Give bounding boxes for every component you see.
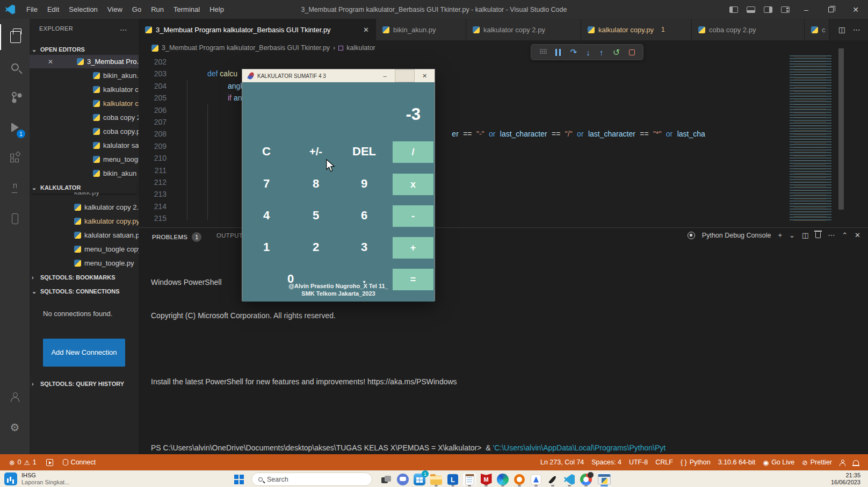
open-editor-item[interactable]: kalkulator copy ...	[93, 83, 139, 96]
chrome-button[interactable]	[579, 472, 593, 486]
split-editor-icon[interactable]: ◫	[838, 25, 845, 34]
step-out-icon[interactable]: ↑	[599, 48, 604, 57]
file-item[interactable]: kalkulator copy 2.py	[74, 200, 139, 214]
tab[interactable]: kalkulator copy 2.py	[466, 19, 581, 40]
calc-button-add[interactable]: +	[393, 237, 433, 259]
language-mode[interactable]: { }Python	[677, 454, 714, 470]
open-editor-item[interactable]: coba copy 2.py	[93, 111, 139, 124]
breadcrumb[interactable]: 3_Membuat Program kalkulator_Berbasis GU…	[139, 40, 868, 55]
calc-button-subtract[interactable]: -	[393, 205, 433, 227]
open-editor-item[interactable]: kalulator satuan....	[93, 139, 139, 152]
explorer-icon[interactable]	[0, 24, 30, 50]
notepad-button[interactable]	[462, 472, 476, 486]
tab-clipped[interactable]: c	[805, 19, 829, 40]
encoding[interactable]: UTF-8	[625, 454, 652, 470]
taskbar-clock[interactable]: 21:35 16/06/2023	[831, 472, 860, 486]
menu-edit[interactable]: Edit	[42, 0, 64, 19]
menu-go[interactable]: Go	[127, 0, 146, 19]
calculator-titlebar[interactable]: KALKULATOR SUMATIF 4 3 – ✕	[242, 69, 435, 82]
tab-problems[interactable]: PROBLEMS 1	[152, 232, 201, 242]
calc-close-button[interactable]: ✕	[415, 69, 435, 82]
new-terminal-icon[interactable]: +	[778, 231, 782, 239]
indentation[interactable]: Spaces: 4	[588, 454, 625, 470]
calc-button-divide[interactable]: /	[393, 141, 433, 163]
sqltools-connect-button[interactable]: Connect	[59, 454, 100, 470]
testing-icon[interactable]	[0, 176, 30, 202]
calc-button-4[interactable]: 4	[263, 209, 270, 223]
file-item[interactable]: menu_toogle copy.py	[74, 242, 139, 256]
menu-file[interactable]: File	[21, 0, 42, 19]
console-selector[interactable]: Python Debug Console	[702, 232, 771, 239]
calc-minimize-button[interactable]: –	[375, 69, 395, 82]
open-editor-item[interactable]: menu_toogle.py	[93, 153, 139, 166]
customize-layout-icon[interactable]	[781, 6, 790, 13]
run-debug-icon[interactable]: 1	[0, 114, 30, 140]
open-editor-item[interactable]: ✕ 3_Membuat Pro...	[30, 55, 139, 68]
sqltools-query-history-section[interactable]: › SQLTOOLS: QUERY HISTORY	[32, 378, 136, 390]
calc-button-3[interactable]: 3	[361, 240, 367, 254]
window-close-button[interactable]: ✕	[843, 0, 868, 19]
file-item[interactable]: kalkulator copy.py1	[74, 214, 139, 228]
file-item[interactable]: menu_toogle.py	[74, 256, 134, 270]
calc-button-clear[interactable]: C	[262, 145, 271, 159]
prettier-status[interactable]: ⊘Prettier	[798, 454, 836, 470]
restart-icon[interactable]: ↺	[613, 47, 620, 58]
menu-selection[interactable]: Selection	[64, 0, 102, 19]
toggle-secondary-sidebar-icon[interactable]	[764, 6, 772, 13]
toggle-panel-icon[interactable]	[747, 6, 755, 13]
widgets-button[interactable]: IHSG Laporan Singkat...	[4, 472, 69, 486]
search-input[interactable]: Search	[251, 472, 372, 486]
vscode-button[interactable]	[562, 472, 576, 486]
search-icon[interactable]	[0, 54, 30, 80]
calc-button-negate[interactable]: +/-	[309, 146, 322, 158]
extensions-icon[interactable]	[0, 146, 30, 171]
mcafee-button[interactable]: M	[479, 472, 493, 486]
close-panel-icon[interactable]: ✕	[855, 231, 860, 239]
window-minimize-button[interactable]: –	[794, 0, 819, 19]
eol-sequence[interactable]: CRLF	[652, 454, 677, 470]
tab-active[interactable]: 3_Membuat Program kalkulator_Berbasis GU…	[139, 19, 376, 40]
drag-handle-icon[interactable]: ⠿⠿	[539, 48, 547, 56]
calc-button-multiply[interactable]: x	[393, 174, 433, 195]
calc-button-7[interactable]: 7	[263, 177, 270, 191]
file-item[interactable]: kalulator satuan.py	[74, 228, 139, 242]
tab-output[interactable]: OUTPUT	[216, 232, 243, 239]
open-editor-item[interactable]: coba copy.py	[93, 125, 139, 138]
open-editor-item[interactable]: kalkulator c...1	[93, 97, 139, 110]
open-editors-section[interactable]: ⌄ OPEN EDITORS	[32, 44, 136, 55]
step-into-icon[interactable]: ↓	[586, 48, 590, 57]
python-interpreter[interactable]: 3.10.6 64-bit	[714, 454, 760, 470]
calc-button-6[interactable]: 6	[361, 209, 367, 223]
calc-button-2[interactable]: 2	[313, 240, 319, 254]
task-view-button[interactable]	[379, 472, 393, 486]
window-restore-button[interactable]	[819, 0, 843, 19]
open-editor-item[interactable]: bikin_akun copy....	[93, 167, 139, 180]
toggle-sidebar-icon[interactable]	[729, 6, 738, 13]
tab[interactable]: coba copy 2.py	[692, 19, 805, 40]
calc-maximize-button[interactable]	[395, 69, 415, 82]
menu-view[interactable]: View	[103, 0, 127, 19]
calc-button-1[interactable]: 1	[263, 240, 270, 254]
maximize-panel-icon[interactable]: ⌃	[842, 231, 848, 239]
pause-icon[interactable]	[555, 49, 561, 56]
stop-icon[interactable]	[629, 49, 635, 55]
terminal-dropdown-icon[interactable]: ⌄	[789, 231, 795, 239]
python-app-button[interactable]	[597, 472, 611, 486]
tab-close-icon[interactable]: ✕	[363, 26, 369, 34]
edge-button[interactable]	[496, 472, 510, 486]
calc-button-9[interactable]: 9	[361, 177, 367, 191]
l-app-button[interactable]: L	[446, 472, 460, 486]
start-button[interactable]	[232, 472, 246, 486]
editor-scrollbar-thumb[interactable]	[838, 48, 844, 210]
settings-gear-icon[interactable]: ⚙	[0, 414, 30, 440]
open-editor-item[interactable]: bikin_akun.py	[93, 69, 139, 82]
account-icon[interactable]	[0, 384, 30, 410]
feedback-button[interactable]	[836, 454, 849, 470]
blue-drop-app-button[interactable]	[529, 472, 543, 486]
kill-terminal-icon[interactable]	[815, 232, 821, 238]
launch-button[interactable]	[42, 454, 57, 470]
explorer-more-icon[interactable]: ⋯	[120, 25, 127, 34]
minimap[interactable]	[787, 55, 836, 222]
more-actions-icon[interactable]: ⋯	[853, 25, 860, 34]
calc-button-5[interactable]: 5	[313, 209, 319, 223]
